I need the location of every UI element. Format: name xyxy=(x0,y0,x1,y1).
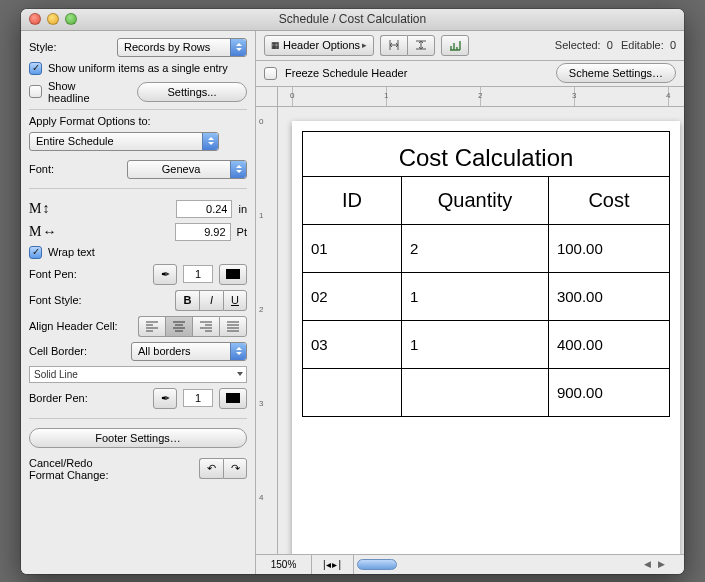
pen-eyedropper-icon[interactable]: ✒ xyxy=(153,264,177,285)
cancel-redo-label-2: Format Change: xyxy=(29,469,108,481)
page-nav[interactable]: |◂▸| xyxy=(312,555,354,574)
show-headline-label: Show headline xyxy=(48,80,100,104)
row-height-icon[interactable] xyxy=(407,35,435,56)
settings-button[interactable]: Settings... xyxy=(137,82,247,102)
align-center-icon[interactable] xyxy=(165,316,192,337)
bold-button[interactable]: B xyxy=(175,290,199,311)
freeze-header-label: Freeze Schedule Header xyxy=(285,67,407,79)
cell-border-select[interactable]: All borders xyxy=(131,342,247,361)
schedule-table: ID Quantity Cost 01 2 100.00 02 xyxy=(302,176,670,417)
font-label: Font: xyxy=(29,163,54,175)
table-row: 02 1 300.00 xyxy=(303,272,670,320)
align-left-icon[interactable] xyxy=(138,316,165,337)
cancel-redo-label-1: Cancel/Redo xyxy=(29,457,108,469)
border-pen-input[interactable] xyxy=(183,389,213,407)
style-select[interactable]: Records by Rows xyxy=(117,38,247,57)
col-header-qty: Quantity xyxy=(402,176,549,224)
col-header-cost: Cost xyxy=(548,176,669,224)
font-pen-label: Font Pen: xyxy=(29,268,77,280)
underline-button[interactable]: U xyxy=(223,290,247,311)
freeze-header-checkbox[interactable] xyxy=(264,67,277,80)
horizontal-ruler: 01234 xyxy=(256,87,684,107)
tracking-input[interactable] xyxy=(175,223,231,241)
undo-button[interactable]: ↶ xyxy=(199,458,223,479)
editable-value: 0 xyxy=(670,39,676,51)
italic-button[interactable]: I xyxy=(199,290,223,311)
horizontal-scrollbar[interactable] xyxy=(354,559,640,570)
chevron-updown-icon xyxy=(202,133,218,150)
editable-label: Editable: xyxy=(621,39,664,51)
tracking-unit: Pt xyxy=(237,226,247,238)
align-header-label: Align Header Cell: xyxy=(29,320,118,332)
column-width-icon[interactable] xyxy=(380,35,407,56)
wrap-text-label: Wrap text xyxy=(48,246,95,258)
vertical-ruler: 01234 xyxy=(256,107,278,554)
total-cost[interactable]: 900.00 xyxy=(548,368,669,416)
chart-icon[interactable] xyxy=(441,35,469,56)
header-options-button[interactable]: ▦ Header Options▸ xyxy=(264,35,374,56)
line-height-unit: in xyxy=(238,203,247,215)
table-row: 03 1 400.00 xyxy=(303,320,670,368)
apply-format-select[interactable]: Entire Schedule xyxy=(29,132,219,151)
redo-button[interactable]: ↷ xyxy=(223,458,247,479)
show-uniform-checkbox[interactable] xyxy=(29,62,42,75)
footer-settings-button[interactable]: Footer Settings… xyxy=(29,428,247,448)
window-title: Schedule / Cost Calculation xyxy=(21,12,684,26)
schedule-title: Cost Calculation xyxy=(302,131,670,176)
chevron-updown-icon xyxy=(230,39,246,56)
selected-value: 0 xyxy=(607,39,613,51)
wrap-text-checkbox[interactable] xyxy=(29,246,42,259)
show-uniform-label: Show uniform items as a single entry xyxy=(48,62,247,75)
font-pen-input[interactable] xyxy=(183,265,213,283)
line-style-select[interactable]: Solid Line xyxy=(29,366,247,383)
scroll-left-icon[interactable]: ◀ xyxy=(640,557,654,571)
line-height-input[interactable] xyxy=(176,200,232,218)
cell-border-label: Cell Border: xyxy=(29,345,87,357)
line-height-icon: M↕ xyxy=(29,201,50,217)
font-select[interactable]: Geneva xyxy=(127,160,247,179)
selected-label: Selected: xyxy=(555,39,601,51)
align-justify-icon[interactable] xyxy=(219,316,247,337)
titlebar: Schedule / Cost Calculation xyxy=(21,9,684,31)
canvas[interactable]: Cost Calculation ID Quantity Cost 01 2 1… xyxy=(278,107,684,554)
table-row-total: 900.00 xyxy=(303,368,670,416)
format-sidebar: Style: Records by Rows Show uniform item… xyxy=(21,31,256,574)
scheme-settings-button[interactable]: Scheme Settings… xyxy=(556,63,676,83)
zoom-level[interactable]: 150% xyxy=(256,555,312,574)
font-style-label: Font Style: xyxy=(29,294,82,306)
toolbar-secondary: Freeze Schedule Header Scheme Settings… xyxy=(256,61,684,87)
app-window: Schedule / Cost Calculation Style: Recor… xyxy=(21,9,684,574)
toolbar: ▦ Header Options▸ Selected: 0 Editable: … xyxy=(256,31,684,61)
scroll-right-icon[interactable]: ▶ xyxy=(654,557,668,571)
style-label: Style: xyxy=(29,41,57,53)
bottom-bar: 150% |◂▸| ◀ ▶ xyxy=(256,554,684,574)
chevron-updown-icon xyxy=(230,343,246,360)
apply-format-label: Apply Format Options to: xyxy=(29,115,247,127)
border-pen-eyedropper-icon[interactable]: ✒ xyxy=(153,388,177,409)
col-header-id: ID xyxy=(303,176,402,224)
show-headline-checkbox[interactable] xyxy=(29,85,42,98)
table-row: 01 2 100.00 xyxy=(303,224,670,272)
border-color-swatch[interactable] xyxy=(219,388,247,409)
tracking-icon: M↔ xyxy=(29,224,57,240)
chevron-updown-icon xyxy=(230,161,246,178)
border-pen-label: Border Pen: xyxy=(29,392,88,404)
pen-color-swatch[interactable] xyxy=(219,264,247,285)
schedule-sheet: Cost Calculation ID Quantity Cost 01 2 1… xyxy=(292,121,680,554)
align-right-icon[interactable] xyxy=(192,316,219,337)
main-panel: ▦ Header Options▸ Selected: 0 Editable: … xyxy=(256,31,684,574)
